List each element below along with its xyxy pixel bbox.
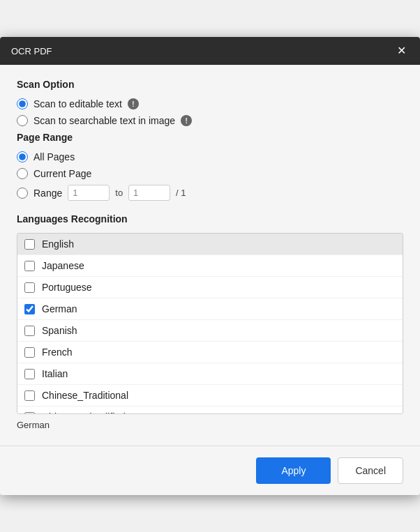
scan-editable-info-icon: ! (128, 98, 139, 109)
total-pages-label: / 1 (176, 188, 186, 198)
dialog-title: OCR PDF (11, 46, 52, 56)
dialog-footer: Apply Cancel (0, 446, 420, 495)
title-bar: OCR PDF ✕ (0, 37, 420, 65)
list-item[interactable]: English (17, 234, 403, 255)
scan-option-group: Scan to editable text ! Scan to searchab… (17, 98, 403, 126)
scan-editable-label[interactable]: Scan to editable text (33, 98, 122, 109)
list-item[interactable]: Spanish (17, 320, 403, 342)
list-item[interactable]: Chinese_Simplified (17, 406, 403, 414)
page-range-group: All Pages Current Page Range to / 1 (17, 151, 403, 201)
language-list[interactable]: English Japanese Portuguese German (17, 233, 403, 414)
range-label[interactable]: Range (33, 188, 62, 199)
german-label[interactable]: German (42, 303, 77, 314)
list-item[interactable]: Chinese_Traditional (17, 385, 403, 406)
scan-searchable-info-icon: ! (181, 115, 192, 126)
chinese-simplified-checkbox[interactable] (24, 412, 35, 415)
languages-section: Languages Recognition English Japanese P… (17, 213, 403, 432)
all-pages-label[interactable]: All Pages (33, 151, 75, 162)
scan-editable-radio[interactable] (17, 98, 28, 109)
spanish-label[interactable]: Spanish (42, 325, 77, 336)
chinese-simplified-label[interactable]: Chinese_Simplified (42, 411, 126, 414)
range-to-input[interactable] (128, 185, 170, 201)
japanese-label[interactable]: Japanese (42, 260, 84, 271)
all-pages-row: All Pages (17, 151, 403, 162)
range-row: Range to / 1 (17, 185, 403, 201)
english-label[interactable]: English (42, 238, 74, 250)
page-range-section: Page Range All Pages Current Page Range … (17, 132, 403, 201)
current-page-label[interactable]: Current Page (33, 168, 91, 179)
apply-button[interactable]: Apply (256, 457, 331, 484)
spanish-checkbox[interactable] (24, 326, 35, 336)
range-radio[interactable] (17, 188, 28, 199)
languages-title: Languages Recognition (17, 213, 403, 225)
page-range-title: Page Range (17, 132, 403, 143)
portuguese-checkbox[interactable] (24, 282, 35, 293)
scan-searchable-radio[interactable] (17, 115, 28, 126)
list-item[interactable]: German (17, 298, 403, 320)
list-item[interactable]: Japanese (17, 255, 403, 277)
dialog-content: Scan Option Scan to editable text ! Scan… (0, 65, 420, 446)
to-label: to (115, 188, 123, 198)
scan-editable-row: Scan to editable text ! (17, 98, 403, 109)
scan-searchable-row: Scan to searchable text in image ! (17, 115, 403, 126)
range-from-input[interactable] (68, 185, 110, 201)
list-item[interactable]: Italian (17, 363, 403, 385)
chinese-traditional-label[interactable]: Chinese_Traditional (42, 390, 128, 401)
japanese-checkbox[interactable] (24, 261, 35, 271)
current-page-row: Current Page (17, 168, 403, 179)
list-item[interactable]: French (17, 342, 403, 363)
all-pages-radio[interactable] (17, 151, 28, 162)
french-label[interactable]: French (42, 347, 73, 358)
list-item[interactable]: Portuguese (17, 277, 403, 298)
ocr-pdf-dialog: OCR PDF ✕ Scan Option Scan to editable t… (0, 37, 420, 495)
portuguese-label[interactable]: Portuguese (42, 282, 92, 293)
selected-language-display: German (17, 418, 403, 432)
chinese-traditional-checkbox[interactable] (24, 390, 35, 401)
scan-option-title: Scan Option (17, 79, 403, 90)
close-button[interactable]: ✕ (394, 44, 409, 58)
italian-label[interactable]: Italian (42, 368, 68, 379)
cancel-button[interactable]: Cancel (338, 457, 403, 484)
italian-checkbox[interactable] (24, 369, 35, 379)
scan-option-section: Scan Option Scan to editable text ! Scan… (17, 79, 403, 126)
german-checkbox[interactable] (24, 304, 35, 314)
french-checkbox[interactable] (24, 347, 35, 358)
english-checkbox[interactable] (24, 239, 35, 250)
scan-searchable-label[interactable]: Scan to searchable text in image (33, 115, 175, 126)
current-page-radio[interactable] (17, 168, 28, 179)
